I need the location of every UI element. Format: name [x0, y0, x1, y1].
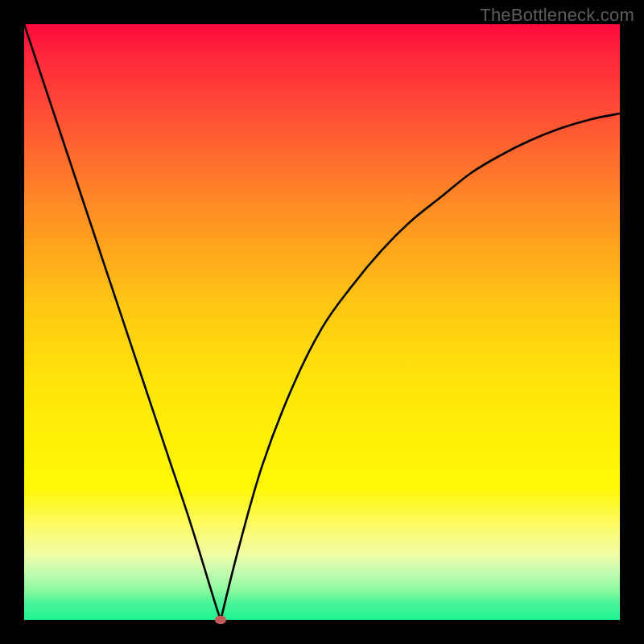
- bottleneck-curve: [24, 24, 620, 620]
- chart-frame: TheBottleneck.com: [0, 0, 644, 644]
- optimal-point-marker: [215, 616, 226, 624]
- curve-path: [24, 24, 620, 620]
- plot-area: [24, 24, 620, 620]
- watermark-text: TheBottleneck.com: [480, 5, 634, 26]
